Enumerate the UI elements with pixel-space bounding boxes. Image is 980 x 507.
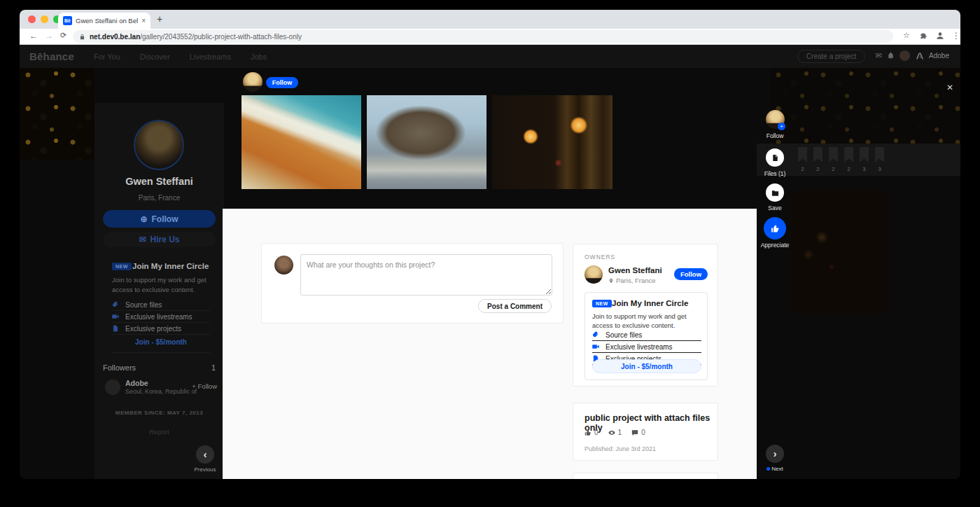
browser-tab[interactable]: Bē Gwen Steffani on Behance × [58, 13, 150, 29]
user-avatar[interactable] [899, 50, 910, 61]
profile-location[interactable]: Paris, France [94, 194, 224, 202]
inner-circle-description: Join to support my work and get access t… [112, 275, 210, 295]
published-date: Published: June 3rd 2021 [584, 445, 656, 452]
plus-icon: ⊕ [140, 214, 147, 224]
owner-location[interactable]: Paris, France [616, 277, 656, 284]
project-meta-card: public project with attach files only 0 … [573, 403, 718, 461]
profile-sidebar: Gwen Steffani Paris, France ⊕Follow ✉Hir… [94, 103, 224, 479]
back-icon[interactable]: ← [29, 31, 38, 41]
report-link[interactable]: Report [94, 428, 224, 436]
next-label: Next [752, 466, 798, 472]
previous-project-button[interactable]: ‹ [196, 445, 214, 464]
comments-icon [631, 429, 638, 436]
chevron-left-icon: ‹ [204, 449, 207, 460]
inner-circle-title: Join My Inner Circle [132, 262, 209, 270]
join-button[interactable]: Join - $5/month [592, 359, 701, 373]
mail-icon: ✉ [139, 235, 146, 244]
follower-avatar[interactable] [105, 380, 120, 395]
nav-jobs[interactable]: Jobs [251, 53, 267, 61]
followers-label[interactable]: Followers [103, 363, 136, 372]
sidebar-hire-button[interactable]: ✉Hire Us [103, 232, 216, 247]
views-icon [608, 429, 615, 436]
video-camera-icon [112, 313, 119, 320]
behance-nav: Bēhance For You Discover Livestreams Job… [20, 45, 960, 68]
previous-label: Previous [182, 466, 228, 473]
browser-menu-icon[interactable]: ⋮ [952, 31, 960, 41]
extensions-icon[interactable] [920, 32, 927, 40]
sidebar-join-button[interactable]: Join - $5/month [112, 338, 210, 353]
project-image-black-cat[interactable] [492, 95, 612, 189]
perk-livestreams: Exclusive livestreams [112, 311, 210, 323]
file-icon [112, 325, 119, 332]
owner-follow-button[interactable]: Follow [674, 268, 708, 280]
fab-files-label: Files (1) [750, 170, 799, 177]
url-path: /gallery/2043552/public-project-with-att… [140, 33, 302, 41]
adobe-label: Adobe [929, 52, 949, 60]
browser-window: Bē Gwen Steffani on Behance × + ← → ⟳ ne… [20, 10, 960, 479]
bookmark-star-icon[interactable]: ☆ [903, 31, 910, 40]
project-image-hot-spring[interactable] [241, 95, 361, 189]
background-project-thumbnail [791, 190, 888, 314]
messages-icon[interactable]: ✉ [876, 51, 882, 60]
owner-name[interactable]: Gwen Steffani [608, 266, 662, 275]
fab-appreciate-label: Appreciate [750, 242, 799, 249]
window-minimize-button[interactable] [41, 15, 48, 23]
creative-fields-card: CREATIVE FIELDS DIARIES Graphic Design [573, 473, 718, 479]
stat-badge-count: 2 [813, 166, 822, 172]
fab-appreciate-button[interactable] [764, 217, 786, 239]
fab-files-button[interactable] [766, 148, 784, 167]
profile-avatar[interactable] [134, 120, 184, 170]
thumbs-up-icon [771, 224, 780, 233]
followers-count: 1 [211, 363, 216, 372]
create-project-button[interactable]: Create a project [797, 50, 865, 63]
behance-favicon: Bē [63, 16, 72, 25]
tab-title: Gwen Steffani on Behance [76, 17, 138, 25]
owner-avatar[interactable] [584, 265, 603, 284]
browser-url-bar: ← → ⟳ net.dev0.be.lan/gallery/2043552/pu… [20, 29, 960, 45]
modal-close-icon[interactable]: ✕ [946, 83, 953, 92]
views-count: 1 [618, 429, 622, 436]
next-project-button[interactable]: › [766, 445, 784, 463]
project-image-rock-formation[interactable] [367, 95, 486, 189]
url-host: net.dev0.be.lan [90, 33, 140, 41]
comment-input[interactable] [300, 254, 552, 296]
follower-location: Seoul, Korea, Republic of [125, 388, 197, 395]
sidebar-follow-button[interactable]: ⊕Follow [103, 210, 216, 228]
fab-follow-plus-icon[interactable]: + [778, 123, 785, 130]
reload-icon[interactable]: ⟳ [60, 31, 66, 40]
project-info-panel: Post a Comment OWNERS Gwen Steffani Pari… [223, 209, 757, 479]
fab-save-button[interactable] [766, 183, 784, 202]
comment-card: Post a Comment [261, 243, 564, 324]
project-owner-avatar-header[interactable] [243, 72, 262, 92]
page-content: Bēhance For You Discover Livestreams Job… [20, 45, 960, 479]
browser-profile-icon[interactable] [935, 31, 945, 41]
project-header-follow-button[interactable]: Follow [266, 77, 298, 88]
nav-livestreams[interactable]: Livestreams [190, 53, 231, 61]
profile-name: Gwen Steffani [94, 176, 224, 187]
post-comment-button[interactable]: Post a Comment [478, 299, 552, 313]
stat-badge-count: 3 [875, 166, 884, 172]
nav-for-you[interactable]: For You [94, 53, 120, 61]
owners-card: OWNERS Gwen Steffani Paris, France Follo… [573, 244, 718, 387]
tab-close-icon[interactable]: × [141, 17, 146, 25]
inner-circle-description: Join to support my work and get access t… [592, 312, 703, 331]
follower-name[interactable]: Adobe [125, 379, 148, 387]
inner-circle-box: NEW Join My Inner Circle Join to support… [584, 292, 708, 380]
comments-count: 0 [641, 429, 645, 436]
fab-save-label: Save [750, 204, 799, 211]
stat-badge-count: 3 [860, 166, 869, 172]
follower-follow-link[interactable]: + Follow [192, 382, 217, 390]
notifications-bell-icon[interactable] [887, 52, 895, 60]
new-badge: NEW [112, 263, 132, 270]
address-bar[interactable]: net.dev0.be.lan/gallery/2043552/public-p… [73, 30, 893, 43]
perk-projects: Exclusive projects [112, 323, 210, 335]
behance-logo[interactable]: Bēhance [29, 50, 74, 62]
perk-livestreams: Exclusive livestreams [592, 341, 701, 353]
window-close-button[interactable] [28, 15, 36, 23]
appreciations-icon [584, 429, 592, 436]
chevron-right-icon: › [774, 448, 777, 459]
nav-discover[interactable]: Discover [140, 53, 170, 61]
cover-image-left [20, 68, 94, 160]
forward-icon[interactable]: → [45, 31, 53, 41]
new-tab-button[interactable]: + [157, 13, 162, 25]
